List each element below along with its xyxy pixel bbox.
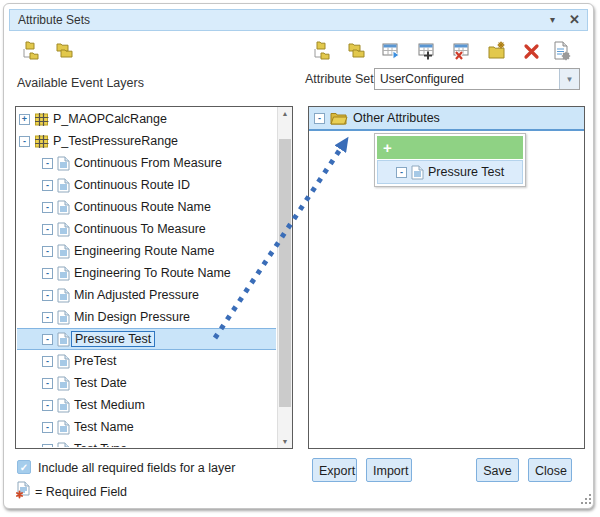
tree-row[interactable]: + P_MAOPCalcRange: [17, 108, 276, 130]
tree-row[interactable]: - Engineering To Route Name: [17, 262, 276, 284]
tree-scrollbar[interactable]: ▲ ▼: [277, 107, 292, 448]
field-document-icon: [57, 376, 70, 391]
field-document-icon: [411, 165, 424, 180]
group-label: Other Attributes: [353, 111, 440, 125]
delete-x-icon[interactable]: [522, 41, 542, 61]
dragged-item-row: - Pressure Test: [377, 160, 523, 184]
field-document-icon: [57, 398, 70, 413]
tree-item-label: Min Design Pressure: [74, 310, 190, 324]
close-button[interactable]: Close: [528, 458, 572, 482]
attribute-set-value: UserConfigured: [375, 72, 559, 86]
tree-folders-icon[interactable]: [21, 41, 41, 61]
stacked-folders-icon[interactable]: [347, 41, 367, 61]
chevron-down-icon[interactable]: ▼: [559, 69, 579, 89]
tree-item-label: Continuous To Measure: [74, 222, 206, 236]
field-document-icon: [57, 442, 70, 448]
import-button[interactable]: Import: [366, 458, 412, 482]
field-document-icon: [57, 310, 70, 325]
other-attributes-group[interactable]: - Other Attributes: [309, 107, 584, 131]
tree-expander-icon[interactable]: -: [42, 422, 53, 433]
field-document-icon: [57, 156, 70, 171]
tree-row[interactable]: - Test Date: [17, 372, 276, 394]
field-document-icon: [57, 178, 70, 193]
tree-row[interactable]: - PreTest: [17, 350, 276, 372]
field-document-icon: [57, 420, 70, 435]
tree-item-label: Engineering Route Name: [74, 244, 214, 258]
document-gear-icon[interactable]: [552, 41, 572, 61]
tree-row[interactable]: - Test Name: [17, 416, 276, 438]
required-field-legend: = Required Field: [35, 485, 127, 499]
tree-row[interactable]: - P_TestPressureRange: [17, 130, 276, 152]
tree-item-label: P_MAOPCalcRange: [53, 112, 167, 126]
tree-expander-icon[interactable]: -: [42, 378, 53, 389]
tree-item-label: Continuous From Measure: [74, 156, 222, 170]
open-folder-icon: [330, 111, 348, 125]
collapse-window-icon[interactable]: ▾: [543, 10, 562, 30]
close-window-icon[interactable]: ✕: [562, 10, 587, 30]
event-layer-icon: [34, 112, 49, 127]
tree-item-label: Continuous Route ID: [74, 178, 190, 192]
save-button[interactable]: Save: [476, 458, 519, 482]
tree-expander-icon[interactable]: -: [42, 224, 53, 235]
tree-row[interactable]: - Test Type: [17, 438, 276, 447]
tree-item-label: Min Adjusted Pressure: [74, 288, 199, 302]
tree-row[interactable]: - Continuous To Measure: [17, 218, 276, 240]
field-document-icon: [57, 332, 70, 347]
tree-expander-icon[interactable]: -: [42, 202, 53, 213]
resize-grip[interactable]: [579, 492, 591, 504]
dragged-item-label: Pressure Test: [428, 165, 504, 179]
tree-folders-icon[interactable]: [312, 41, 332, 61]
tree-expander-icon[interactable]: +: [19, 114, 30, 125]
tree-expander-icon[interactable]: -: [42, 356, 53, 367]
scroll-down-icon[interactable]: ▼: [278, 438, 292, 445]
tree-row[interactable]: - Test Medium: [17, 394, 276, 416]
table-delete-icon[interactable]: [452, 41, 472, 61]
tree-expander-icon: -: [396, 167, 407, 178]
tree-expander-icon[interactable]: -: [42, 444, 53, 448]
tree-row[interactable]: - Min Design Pressure: [17, 306, 276, 328]
tree-item-label: Test Name: [74, 420, 134, 434]
field-document-icon: [57, 244, 70, 259]
field-document-icon: [57, 222, 70, 237]
tree-expander-icon[interactable]: -: [42, 268, 53, 279]
tree-row[interactable]: - Continuous Route ID: [17, 174, 276, 196]
tree-expander-icon[interactable]: -: [42, 334, 53, 345]
stacked-folders-icon[interactable]: [55, 41, 75, 61]
table-arrow-icon[interactable]: [382, 41, 402, 61]
folder-gear-icon[interactable]: [487, 41, 507, 61]
scrollbar-thumb[interactable]: [279, 139, 291, 407]
tree-row[interactable]: - Min Adjusted Pressure: [17, 284, 276, 306]
field-document-icon: [57, 354, 70, 369]
event-layer-icon: [34, 134, 49, 149]
tree-expander-icon[interactable]: -: [42, 400, 53, 411]
attribute-set-dropdown[interactable]: UserConfigured ▼: [374, 68, 580, 90]
required-field-icon: [15, 481, 31, 503]
tree-row[interactable]: - Pressure Test: [17, 328, 276, 350]
tree-item-label: Pressure Test: [71, 331, 155, 347]
include-required-fields-checkbox[interactable]: ✓: [17, 460, 31, 474]
export-button[interactable]: Export: [312, 458, 357, 482]
field-document-icon: [57, 200, 70, 215]
table-add-icon[interactable]: [417, 41, 437, 61]
drop-allowed-plus-icon: +: [377, 136, 523, 159]
window-title: Attribute Sets: [10, 13, 543, 27]
attribute-set-label: Attribute Set:: [305, 72, 377, 86]
field-document-icon: [57, 288, 70, 303]
scroll-up-icon[interactable]: ▲: [278, 110, 292, 117]
tree-expander-icon[interactable]: -: [42, 290, 53, 301]
tree-expander-icon[interactable]: -: [19, 136, 30, 147]
tree-item-label: Test Date: [74, 376, 127, 390]
tree-row[interactable]: - Continuous From Measure: [17, 152, 276, 174]
tree-expander-icon[interactable]: -: [42, 158, 53, 169]
tree-expander-icon[interactable]: -: [42, 180, 53, 191]
tree-row[interactable]: - Engineering Route Name: [17, 240, 276, 262]
attribute-sets-dialog: Attribute Sets ▾ ✕: [3, 3, 594, 509]
event-layers-tree: + P_MAOPCalcRange- P_TestPressureRange- …: [17, 108, 276, 447]
tree-item-label: Test Type: [74, 442, 127, 447]
tree-expander-icon[interactable]: -: [314, 113, 325, 124]
tree-expander-icon[interactable]: -: [42, 312, 53, 323]
include-required-fields-label: Include all required fields for a layer: [38, 461, 235, 475]
tree-row[interactable]: - Continuous Route Name: [17, 196, 276, 218]
tree-item-label: PreTest: [74, 354, 116, 368]
tree-expander-icon[interactable]: -: [42, 246, 53, 257]
